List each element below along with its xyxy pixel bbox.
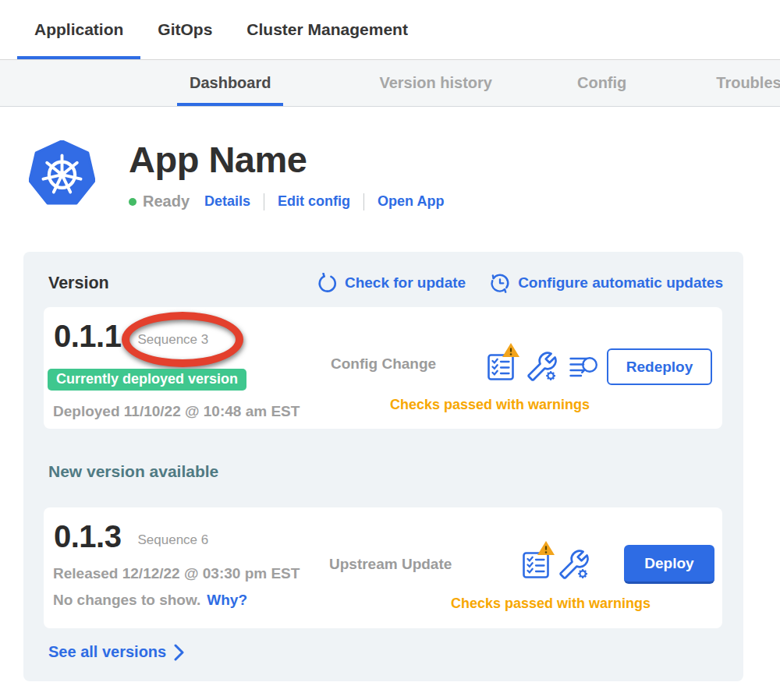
divider [363, 193, 364, 210]
configure-automatic-updates-button[interactable]: Configure automatic updates [489, 272, 723, 294]
view-files-icon[interactable] [569, 355, 599, 380]
tab-gitops[interactable]: GitOps [140, 0, 229, 59]
version-panel-title: Version [48, 274, 293, 293]
current-version-number: 0.1.1 [54, 320, 121, 352]
sub-nav: Dashboard Version history Config Trouble… [0, 60, 780, 107]
open-app-link[interactable]: Open App [378, 193, 444, 210]
current-version-card: 0.1.1 Sequence 3 Currently deployed vers… [44, 307, 722, 429]
checks-status: Checks passed with warnings [390, 397, 590, 413]
tab-application[interactable]: Application [17, 0, 140, 59]
tab-gitops-label: GitOps [158, 20, 212, 39]
details-link[interactable]: Details [204, 193, 250, 210]
current-version-sequence: Sequence 3 [137, 332, 208, 348]
page-title: App Name [129, 140, 444, 179]
deploy-button[interactable]: Deploy [624, 545, 714, 584]
redeploy-button[interactable]: Redeploy [607, 348, 712, 385]
configure-automatic-updates-label: Configure automatic updates [518, 274, 723, 292]
schedule-update-icon [489, 272, 511, 294]
edit-config-link[interactable]: Edit config [278, 193, 350, 210]
released-timestamp: Released 12/12/22 @ 03:30 pm EST [53, 565, 300, 582]
no-changes-label: No changes to show. [53, 592, 200, 609]
tab-version-history[interactable]: Version history [379, 60, 492, 106]
warning-triangle-icon [537, 540, 555, 556]
divider [264, 193, 264, 210]
tab-cluster-management[interactable]: Cluster Management [229, 0, 425, 59]
check-for-update-label: Check for update [345, 274, 466, 292]
tab-troubleshoot[interactable]: Troubleshoot [716, 60, 780, 106]
why-link[interactable]: Why? [207, 592, 247, 609]
version-panel: Version Check for update Configure autom… [23, 252, 743, 681]
tab-config-label: Config [577, 74, 626, 92]
tab-cluster-management-label: Cluster Management [246, 20, 408, 39]
tab-troubleshoot-label: Troubleshoot [716, 74, 780, 92]
check-for-update-button[interactable]: Check for update [317, 273, 466, 294]
chevron-right-icon [174, 644, 185, 661]
available-version-card: 0.1.3 Sequence 6 Released 12/12/22 @ 03:… [44, 507, 722, 628]
deployed-timestamp: Deployed 11/10/22 @ 10:48 am EST [53, 403, 300, 420]
preflight-checks-icon[interactable] [522, 549, 550, 583]
warning-triangle-icon [502, 342, 520, 358]
top-nav: Application GitOps Cluster Management [0, 0, 780, 60]
refresh-icon [317, 273, 338, 294]
current-version-source: Config Change [331, 355, 436, 373]
tab-dashboard[interactable]: Dashboard [190, 60, 271, 106]
tab-dashboard-label: Dashboard [190, 74, 271, 92]
preflight-checks-icon[interactable] [487, 351, 515, 385]
see-all-versions-link[interactable]: See all versions [48, 643, 743, 661]
config-wrench-icon[interactable] [559, 550, 589, 582]
tab-version-history-label: Version history [379, 74, 492, 92]
checks-status: Checks passed with warnings [451, 596, 651, 612]
tab-application-label: Application [34, 20, 123, 39]
see-all-versions-label: See all versions [48, 643, 166, 661]
kubernetes-logo-icon [29, 140, 95, 207]
available-version-source: Upstream Update [329, 556, 452, 573]
config-wrench-icon[interactable] [527, 352, 557, 384]
new-version-heading: New version available [48, 462, 743, 481]
tab-config[interactable]: Config [577, 60, 626, 106]
available-version-number: 0.1.3 [54, 520, 121, 553]
status-label: Ready [143, 193, 190, 210]
status-dot-icon [129, 198, 136, 206]
app-header: App Name Ready Details Edit config Open … [29, 140, 780, 210]
currently-deployed-badge: Currently deployed version [48, 369, 246, 391]
available-version-sequence: Sequence 6 [137, 532, 208, 548]
